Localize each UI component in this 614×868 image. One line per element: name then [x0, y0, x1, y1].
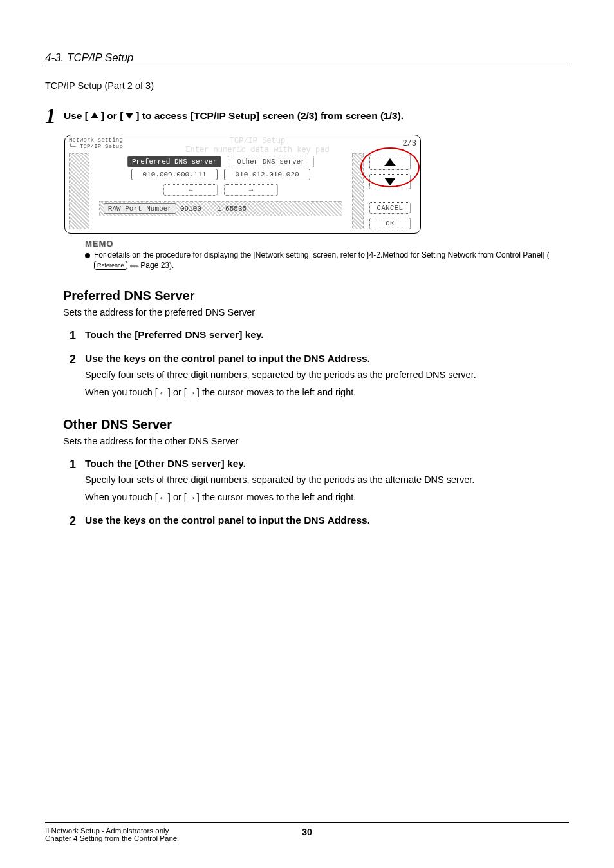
- raw-port-range: 1-65535: [217, 205, 247, 212]
- step-heading: Touch the [Preferred DNS server] key.: [85, 329, 264, 340]
- step-body-1: Specify four sets of three digit numbers…: [85, 473, 569, 487]
- preferred-dns-value: 010.009.000.111: [131, 169, 218, 180]
- svg-marker-0: [91, 112, 98, 118]
- hatch-left: [69, 153, 89, 229]
- raw-port-strip: RAW Port Number 09100 1-65535: [99, 201, 342, 216]
- step-instruction: Use [ ] or [ ] to access [TCP/IP Setup] …: [64, 110, 404, 122]
- step-num: 1: [70, 329, 85, 343]
- other-step-1: 1 Touch the [Other DNS server] key. Spec…: [70, 458, 569, 504]
- ok-button[interactable]: OK: [369, 218, 411, 229]
- right-arrow-icon: →: [187, 491, 196, 504]
- nav-up-button[interactable]: [369, 155, 411, 170]
- right-arrow-icon: →: [187, 386, 196, 399]
- section-header: 4-3. TCP/IP Setup: [45, 52, 569, 66]
- step-heading: Use the keys on the control panel to inp…: [85, 514, 370, 525]
- step-number: 1: [45, 105, 56, 127]
- other-desc: Sets the address for the other DNS Serve…: [63, 436, 569, 446]
- page-footer: II Network Setup - Administrators only C…: [45, 822, 569, 842]
- terminal-screenshot: Network setting └─ TCP/IP Setup 2/3 TCP/…: [64, 135, 421, 234]
- terminal-page-indicator: 2/3: [371, 139, 416, 148]
- svg-marker-1: [126, 113, 133, 119]
- left-arrow-icon: ←: [158, 386, 167, 399]
- other-step-2: 2 Use the keys on the control panel to i…: [70, 514, 569, 528]
- other-dns-button[interactable]: Other DNS server: [228, 156, 314, 167]
- raw-port-label: RAW Port Number: [104, 203, 176, 214]
- reference-chip: Reference: [94, 261, 127, 270]
- step-num: 1: [70, 458, 85, 471]
- preferred-heading: Preferred DNS Server: [63, 288, 569, 303]
- step-body-2: When you touch [←] or [→] the cursor mov…: [85, 386, 569, 399]
- preferred-step-1: 1 Touch the [Preferred DNS server] key.: [70, 329, 569, 343]
- terminal-title: TCP/IP Setup Enter numeric data with key…: [174, 137, 341, 155]
- memo-text: For details on the procedure for display…: [94, 250, 569, 270]
- step-heading: Use the keys on the control panel to inp…: [85, 353, 370, 364]
- footer-line-1: II Network Setup - Administrators only: [45, 827, 569, 835]
- dots-icon: ●●▸: [129, 262, 138, 269]
- left-arrow-icon: ←: [158, 491, 167, 504]
- hatch-mid: [352, 153, 364, 229]
- footer-line-2: Chapter 4 Setting from the Control Panel: [45, 835, 569, 842]
- other-dns-value: 010.012.010.020: [224, 169, 310, 180]
- preferred-step-2: 2 Use the keys on the control panel to i…: [70, 353, 569, 399]
- terminal-breadcrumb: Network setting └─ TCP/IP Setup: [69, 137, 146, 151]
- step-num: 2: [70, 514, 85, 528]
- step-body-1: Specify four sets of three digit numbers…: [85, 368, 569, 382]
- main-step-1: 1 Use [ ] or [ ] to access [TCP/IP Setup…: [45, 105, 569, 127]
- raw-port-value: 09100: [180, 205, 201, 212]
- cursor-right-button[interactable]: →: [224, 184, 278, 196]
- up-arrow-icon: [89, 111, 100, 123]
- nav-down-button[interactable]: [369, 174, 411, 189]
- cursor-left-button[interactable]: ←: [163, 184, 218, 196]
- preferred-dns-button[interactable]: Preferred DNS server: [127, 156, 221, 167]
- bullet-icon: [85, 253, 90, 258]
- preferred-desc: Sets the address for the preferred DNS S…: [63, 307, 569, 317]
- memo-title: MEMO: [85, 239, 113, 249]
- step-body-2: When you touch [←] or [→] the cursor mov…: [85, 491, 569, 504]
- other-heading: Other DNS Server: [63, 417, 569, 432]
- part-label: TCP/IP Setup (Part 2 of 3): [45, 80, 569, 91]
- step-heading: Touch the [Other DNS server] key.: [85, 458, 246, 469]
- triangle-down-icon: [384, 178, 396, 185]
- step-num: 2: [70, 353, 85, 366]
- down-arrow-icon: [124, 111, 135, 123]
- cancel-button[interactable]: CANCEL: [369, 202, 411, 214]
- triangle-up-icon: [384, 158, 396, 166]
- memo-block: MEMO For details on the procedure for di…: [85, 239, 569, 270]
